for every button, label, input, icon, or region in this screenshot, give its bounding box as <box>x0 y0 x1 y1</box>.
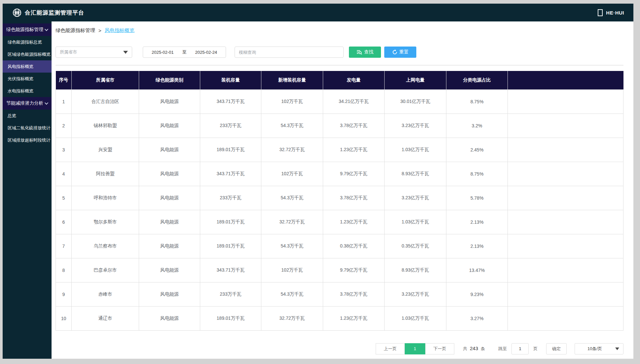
current-page-button[interactable]: 1 <box>405 343 425 354</box>
sidebar-item-label: 光伏指标概览 <box>8 76 33 82</box>
sidebar-item-link[interactable]: 风电指标概览 <box>3 60 52 73</box>
table-cell: 8.75% <box>446 89 508 114</box>
table-cell: 102万千瓦 <box>261 89 323 114</box>
table-cell: 102万千瓦 <box>261 162 323 186</box>
app-title: 合汇能源监测管理平台 <box>25 9 84 17</box>
table-cell: 兴安盟 <box>72 138 139 162</box>
user-glyph-icon <box>598 9 603 16</box>
table-cell: 3.78亿万千瓦 <box>323 114 385 138</box>
date-end-value[interactable]: 2025-02-24 <box>195 50 217 55</box>
province-select[interactable]: 所属省市 <box>56 47 132 58</box>
sidebar-item-link[interactable]: 区域绿色能源指标概览 <box>3 48 52 60</box>
wind-indicator-table: 序号所属省市绿色能源类别装机容量新增装机容量发电量上网电量分类电源占比 1合汇古… <box>56 71 623 331</box>
divider <box>56 65 623 65</box>
sidebar-item-link[interactable]: 区域排放超标时段统计 <box>3 134 52 146</box>
table-cell-filler <box>508 186 623 210</box>
main-content: 绿色能源指标管理 > 风电指标概览 所属省市 2025-02-01 至 2025… <box>52 21 633 359</box>
table-cell: 风电能源 <box>139 258 200 282</box>
column-header: 所属省市 <box>72 71 139 89</box>
table-row: 9赤峰市风电能源233万千瓦54.3万千瓦3.78亿万千瓦3.23亿万千瓦9.2… <box>56 282 623 306</box>
column-header-filler <box>508 71 623 89</box>
table-cell: 风电能源 <box>139 210 200 234</box>
table-cell: 赤峰市 <box>72 282 139 306</box>
jump-suffix: 页 <box>533 346 538 352</box>
table-cell: 54.3万千瓦 <box>261 186 323 210</box>
sidebar-item-link[interactable]: 光伏指标概览 <box>3 73 52 85</box>
table-cell: 阿拉善盟 <box>72 162 139 186</box>
table-cell: 合汇古自治区 <box>72 89 139 114</box>
table-cell: 32.72万千瓦 <box>261 210 323 234</box>
user-area[interactable]: HE·HUI <box>598 9 624 16</box>
table-row: 7乌兰察布市风电能源189.01万千瓦54.3万千瓦0.38亿万千瓦0.35亿万… <box>56 234 623 258</box>
table-cell: 9 <box>56 282 72 306</box>
date-start-value[interactable]: 2025-02-01 <box>152 50 174 55</box>
sidebar-item-group[interactable]: 绿色能源指标管理 <box>3 23 52 36</box>
table-cell-filler <box>508 138 623 162</box>
page-size-select[interactable]: 10条/页 <box>575 343 623 354</box>
reset-button-label: 重置 <box>399 49 409 55</box>
column-header: 发电量 <box>323 71 385 89</box>
confirm-button[interactable]: 确定 <box>546 343 567 354</box>
sidebar-item-label: 绿色能源指标总览 <box>8 39 42 45</box>
find-button[interactable]: 查找 <box>349 47 381 58</box>
jump-page-input[interactable] <box>511 343 529 354</box>
table-cell-filler <box>508 210 623 234</box>
table-cell: 233万千瓦 <box>200 186 261 210</box>
sidebar-item-label: 风电指标概览 <box>8 64 33 70</box>
table-row: 4阿拉善盟风电能源343.71万千瓦102万千瓦9.79亿万千瓦8.93亿万千瓦… <box>56 162 623 186</box>
table-row: 6鄂尔多斯市风电能源189.01万千瓦32.72万千瓦1.23亿万千瓦1.03亿… <box>56 210 623 234</box>
table-cell: 54.3万千瓦 <box>261 282 323 306</box>
table-cell: 3.23亿万千瓦 <box>385 282 446 306</box>
table-cell: 8.93亿万千瓦 <box>385 258 446 282</box>
next-page-button[interactable]: 下一页 <box>425 343 454 354</box>
total-count-value: 243 <box>470 346 478 351</box>
sidebar-item-label: 区域绿色能源指标概览 <box>8 51 51 57</box>
table-cell: 5 <box>56 186 72 210</box>
table-cell: 3.2% <box>446 114 508 138</box>
table-cell: 343.71万千瓦 <box>200 89 261 114</box>
sidebar-item-link[interactable]: 水电指标概览 <box>3 85 52 97</box>
sidebar-item-label: 节能减排潜力分析 <box>6 100 43 106</box>
table-row: 10通辽市风电能源189.01万千瓦32.72万千瓦1.23亿万千瓦1.03亿万… <box>56 306 623 330</box>
sidebar-item-link[interactable]: 区域二氧化硫排放统计 <box>3 122 52 134</box>
table-cell-filler <box>508 282 623 306</box>
table-cell: 1.03亿万千瓦 <box>385 306 446 330</box>
prev-page-button[interactable]: 上一页 <box>376 343 405 354</box>
date-range-to-label: 至 <box>182 49 187 55</box>
sidebar-item-label: 水电指标概览 <box>8 88 33 94</box>
table-cell: 9.23% <box>446 282 508 306</box>
chevron-down-icon <box>45 101 48 105</box>
table-cell: 3 <box>56 138 72 162</box>
table-cell: 343.71万千瓦 <box>200 258 261 282</box>
sidebar-item-group[interactable]: 节能减排潜力分析 <box>3 97 52 110</box>
chevron-down-icon <box>45 27 48 31</box>
table-row: 5呼和浩特市风电能源233万千瓦54.3万千瓦3.78亿万千瓦3.23亿万千瓦5… <box>56 186 623 210</box>
table-cell: 2.13% <box>446 210 508 234</box>
breadcrumb-current[interactable]: 风电指标概览 <box>105 27 134 34</box>
date-range-picker[interactable]: 2025-02-01 至 2025-02-24 <box>143 47 226 58</box>
table-cell: 189.01万千瓦 <box>200 234 261 258</box>
reset-button[interactable]: 重置 <box>384 47 416 58</box>
table-cell: 189.01万千瓦 <box>200 138 261 162</box>
find-button-label: 查找 <box>364 49 373 55</box>
sidebar-item-link[interactable]: 总览 <box>3 110 52 122</box>
table-header: 序号所属省市绿色能源类别装机容量新增装机容量发电量上网电量分类电源占比 <box>56 71 623 89</box>
fuzzy-search-input[interactable] <box>235 47 344 58</box>
table-cell: 233万千瓦 <box>200 282 261 306</box>
jump-to-page: 跳至 页 <box>498 343 538 354</box>
topbar: 合汇能源监测管理平台 HE·HUI <box>3 4 633 21</box>
column-header: 上网电量 <box>385 71 446 89</box>
table-cell: 102万千瓦 <box>261 258 323 282</box>
table-row: 2锡林郭勒盟风电能源233万千瓦54.3万千瓦3.78亿万千瓦3.23亿万千瓦3… <box>56 114 623 138</box>
table-cell: 8 <box>56 258 72 282</box>
sidebar-item-link[interactable]: 绿色能源指标总览 <box>3 36 52 48</box>
table-cell: 9.79亿万千瓦 <box>323 258 385 282</box>
table-cell: 8.93亿万千瓦 <box>385 162 446 186</box>
jump-label: 跳至 <box>498 346 507 352</box>
table-row: 8巴彦卓尔市风电能源343.71万千瓦102万千瓦9.79亿万千瓦8.93亿万千… <box>56 258 623 282</box>
table-cell: 0.38亿万千瓦 <box>323 234 385 258</box>
table-cell: 风电能源 <box>139 282 200 306</box>
table-cell: 0.35亿万千瓦 <box>385 234 446 258</box>
table-cell: 通辽市 <box>72 306 139 330</box>
table-cell: 1.03亿万千瓦 <box>385 210 446 234</box>
